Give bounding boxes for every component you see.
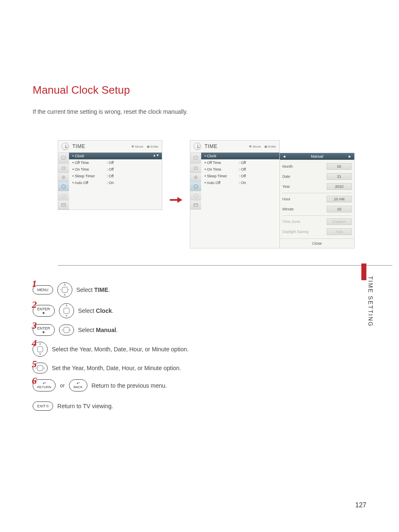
osd-panel-1: TIME ✥ Move ◉ Enter • C xyxy=(58,140,162,210)
svg-rect-9 xyxy=(194,167,197,169)
svg-rect-6 xyxy=(62,203,66,206)
osd-title: TIME xyxy=(72,143,85,149)
step-number: 6 xyxy=(32,375,37,386)
svg-point-13 xyxy=(194,194,198,197)
osd-item-clock[interactable]: • Clock xyxy=(201,153,279,159)
svg-rect-1 xyxy=(62,167,65,169)
chevron-left-icon: ◄ xyxy=(282,154,286,159)
popup-row-dst: Daylight SavingAuto xyxy=(282,227,352,237)
dpad-horizontal-button[interactable]: ‹› xyxy=(59,325,74,335)
tab-setup-icon xyxy=(58,173,69,182)
osd-item-sleeptimer[interactable]: • Sleep Timer : Off xyxy=(69,173,162,179)
steps: 1 MENU ∧‹›∨ Select TIME. 2 ENTER◉ ∧∨ Sel… xyxy=(33,282,366,411)
svg-point-3 xyxy=(63,176,64,178)
page-heading: Manual Clock Setup xyxy=(33,84,366,97)
step-text: Select the Year, Month, Date, Hour, or M… xyxy=(52,346,189,353)
step-text: Return to the previous menu. xyxy=(92,382,167,389)
section-tab-label: TIME SETTING xyxy=(367,276,374,327)
popup-row-year[interactable]: Year2010 xyxy=(282,182,352,192)
svg-point-5 xyxy=(62,194,66,197)
chevron-right-icon: ► xyxy=(348,154,352,159)
step-number: 4 xyxy=(32,338,37,349)
tab-picture-icon xyxy=(58,153,69,164)
tab-lock-icon xyxy=(58,191,69,200)
osd-item-offtime[interactable]: • Off Time : Off xyxy=(69,159,162,166)
osd-item-ontime[interactable]: • On Time : Off xyxy=(69,166,162,173)
svg-rect-14 xyxy=(194,203,198,206)
step-number: 1 xyxy=(32,278,37,289)
step-number: 3 xyxy=(32,320,37,331)
tab-audio-icon xyxy=(58,164,69,173)
step-text: Select Clock. xyxy=(78,307,114,314)
dpad-button[interactable]: ∧‹›∨ xyxy=(57,282,72,297)
section-tab-marker xyxy=(361,263,366,280)
popup-row-timezone: Time ZoneEastern xyxy=(282,215,352,227)
popup-row-month[interactable]: Month02 xyxy=(282,161,352,171)
svg-point-12 xyxy=(194,184,198,188)
page-number: 127 xyxy=(355,501,366,509)
dpad-vertical-button[interactable]: ∧∨ xyxy=(59,303,74,318)
svg-rect-0 xyxy=(62,156,66,159)
osd-item-clock[interactable]: • Clock ▲▼ xyxy=(69,153,162,159)
popup-mode-selector[interactable]: ◄ Manual ► xyxy=(280,153,354,160)
step-text: Select Manual. xyxy=(78,327,118,333)
exit-button[interactable]: EXIT⎘ xyxy=(33,402,53,411)
osd-hint: ✥ Move ◉ Enter xyxy=(131,145,159,148)
popup-row-date[interactable]: Date21 xyxy=(282,171,352,182)
osd-tabs xyxy=(58,153,69,210)
step-number: 2 xyxy=(32,299,37,310)
step-text: Select TIME. xyxy=(77,286,110,293)
back-button[interactable]: ↶BACK xyxy=(69,379,87,391)
popup-row-minute[interactable]: Minute10 xyxy=(282,204,352,214)
or-text: or xyxy=(60,382,65,389)
step-text: Set the Year, Month, Date, Hour, or Minu… xyxy=(52,365,181,371)
updown-icon: ▲▼ xyxy=(153,153,159,157)
clock-icon xyxy=(194,143,201,150)
svg-point-11 xyxy=(195,176,197,178)
popup-close-button[interactable]: Close xyxy=(280,238,354,248)
step-text: Return to TV viewing. xyxy=(57,403,113,409)
osd-panel-2: TIME ✥ Move ◉ Enter xyxy=(190,140,280,248)
arrow-right-icon xyxy=(170,196,182,205)
tab-option-icon xyxy=(58,200,69,210)
tab-time-icon xyxy=(58,182,69,191)
clock-manual-popup: ◄ Manual ► Month02 Date21 Year2010 Hour1… xyxy=(279,153,355,248)
clock-icon xyxy=(61,143,69,150)
svg-rect-8 xyxy=(194,156,198,159)
osd-row: TIME ✥ Move ◉ Enter • C xyxy=(58,140,392,266)
popup-row-hour[interactable]: Hour10 AM xyxy=(282,193,352,204)
intro-text: If the current time setting is wrong, re… xyxy=(33,108,366,115)
step-number: 5 xyxy=(32,358,37,370)
osd-item-autooff[interactable]: • Auto Off : On xyxy=(69,179,162,186)
svg-point-4 xyxy=(62,184,66,188)
